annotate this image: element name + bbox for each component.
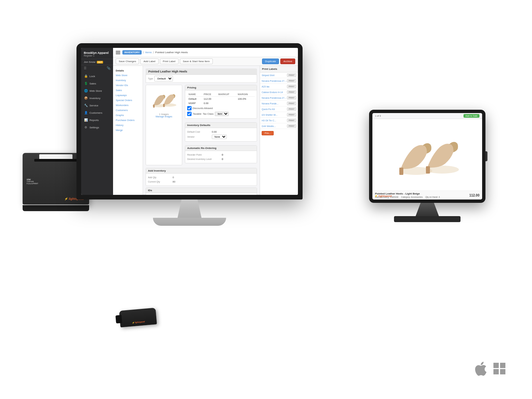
add-inventory-body: Add Qty 0 Current Qty 80 — [146, 174, 257, 186]
vendor-select[interactable]: None — [212, 135, 227, 139]
left-nav-sales[interactable]: Sales — [113, 88, 143, 93]
pricing-name-msrp: MSRP — [187, 101, 202, 105]
sidebar-item-customers[interactable]: 👤 Customers — [81, 109, 113, 116]
left-nav-merge[interactable]: Merge — [113, 128, 143, 133]
print-btn-3[interactable]: PRINT — [287, 85, 296, 88]
taxable-checkbox[interactable] — [187, 112, 192, 116]
add-to-sale-button[interactable]: Add to Sale — [464, 114, 479, 118]
tablet-wrapper: 1 of 3 Add to Sale — [369, 110, 485, 222]
print-btn-10[interactable]: PRINT — [287, 124, 296, 128]
printer-logo: star TSP100FuturePRNT — [27, 178, 38, 185]
tablet-frame: 1 of 3 Add to Sale — [369, 110, 485, 203]
monitor-frame: Brooklyn Apparel Register 1 Jon Snow OUT… — [76, 43, 303, 200]
left-nav-webstore[interactable]: Web Store — [113, 73, 143, 78]
add-inventory-title: Add Inventory — [146, 168, 257, 174]
breadcrumb-items[interactable]: Items — [145, 51, 152, 54]
print-btn-2[interactable]: PRINT — [287, 79, 296, 82]
sidebar-item-settings[interactable]: ⚙ Settings — [81, 124, 113, 131]
windows-logo — [493, 363, 505, 375]
print-item-5: Novara Ponderosa 27... PRINT — [260, 95, 298, 101]
sidebar-item-service[interactable]: 🔧 Service — [81, 102, 113, 109]
tablet-qty: Qty on Hand: 4 — [425, 196, 440, 198]
inventory-defaults-body: Default Cost 0.00 Vendor None — [185, 128, 257, 141]
sidebar-action-icon[interactable]: ☰ — [84, 66, 86, 70]
discounts-label: Discounts Allowed — [193, 107, 213, 110]
left-nav-purchase-orders[interactable]: Purchase Orders — [113, 118, 143, 123]
svg-rect-7 — [426, 166, 430, 174]
lock-icon: 🔒 — [84, 74, 88, 78]
pricing-price-default: 112.00 — [202, 97, 217, 101]
print-btn-9[interactable]: PRINT — [287, 119, 296, 122]
type-select[interactable]: Default — [154, 76, 173, 81]
duplicate-button[interactable]: Duplicate — [262, 59, 279, 64]
print-label-name-2: Novara Ponderosa 27.... — [262, 80, 287, 82]
save-changes-button[interactable]: Save Changes — [116, 59, 139, 64]
sidebar-register: Register 1 — [84, 55, 110, 57]
auto-reorder-title: Automatic Re-Ordering — [185, 146, 257, 151]
sidebar-nav: 🔒 Lock 💲 Sales 🌐 Web Store — [81, 71, 113, 195]
left-nav-workorders[interactable]: Workorders — [113, 103, 143, 108]
tablet-screen: 1 of 3 Add to Sale — [372, 113, 482, 200]
print-item-8: i23 Shelter W... PRINT — [260, 112, 298, 118]
image-section: 1 Images Manage Images — [146, 85, 182, 165]
col-price: PRICE — [202, 92, 217, 97]
sidebar-item-inventory[interactable]: 📦 Inventory — [81, 94, 113, 102]
menu-icon[interactable] — [116, 51, 120, 54]
monitor-stand-neck — [176, 200, 203, 218]
left-nav-customers[interactable]: Customers — [113, 108, 143, 113]
col-margin: MARGIN — [236, 92, 255, 97]
print-btn-4[interactable]: PRINT — [287, 90, 296, 94]
inventory-icon: 📦 — [84, 96, 88, 100]
manage-images-link[interactable]: Manage Images — [156, 115, 172, 118]
windows-pane-4 — [500, 369, 505, 374]
breadcrumb: INVENTORY / Items / Pointed Leather High… — [122, 50, 188, 55]
add-qty-label: Add Qty — [148, 176, 171, 179]
current-qty-row: Current Qty 80 — [148, 180, 255, 184]
print-item-1: Striped Shirt PRINT — [260, 72, 298, 78]
print-item-2: Novara Ponderosa 27.... PRINT — [260, 78, 298, 84]
settings-icon: ⚙ — [84, 125, 88, 129]
left-nav: Details Web Store Inventory Vendor IDs S… — [113, 66, 143, 195]
sidebar-item-reports[interactable]: 📊 Reports — [81, 116, 113, 124]
actionbar: Save Changes Add Label Print Label Save … — [113, 57, 298, 66]
breadcrumb-sep2: / — [153, 51, 154, 54]
discounts-checkbox[interactable] — [187, 106, 192, 110]
add-qty-row: Add Qty 0 — [148, 175, 255, 180]
sidebar-item-webstore[interactable]: 🌐 Web Store — [81, 87, 113, 94]
print-btn-1[interactable]: PRINT — [287, 73, 296, 77]
taxable-label: Taxable — [193, 112, 201, 115]
archive-button[interactable]: Archive — [280, 59, 295, 64]
left-nav-graphs[interactable]: Graphs — [113, 113, 143, 118]
add-label-button[interactable]: Add Label — [140, 59, 158, 64]
left-nav-special-orders[interactable]: Special Orders — [113, 98, 143, 103]
svg-rect-1 — [153, 104, 155, 107]
tablet-side-button[interactable] — [485, 151, 487, 161]
left-nav-layaways[interactable]: Layaways — [113, 93, 143, 98]
pricing-markup-default — [217, 97, 236, 101]
print-label-button[interactable]: Print Label — [160, 59, 179, 64]
sidebar-extra-icon[interactable]: 📎 — [107, 66, 110, 70]
pricing-row-default: Default 112.00 100.0% — [187, 97, 255, 101]
left-nav-history[interactable]: History — [113, 123, 143, 128]
pricing-name-default: Default — [187, 97, 202, 101]
scanner-body: ⚡ lightspeed — [119, 308, 157, 327]
print-btn-7[interactable]: PRINT — [287, 107, 296, 111]
sidebar-item-lock[interactable]: 🔒 Lock — [81, 72, 113, 80]
left-nav-inventory[interactable]: Inventory — [113, 78, 143, 83]
print-btn-5[interactable]: PRINT — [287, 96, 296, 99]
tax-class-select[interactable]: Item — [215, 112, 229, 116]
sidebar-header: Brooklyn Apparel Register 1 — [81, 48, 113, 59]
windows-grid — [493, 363, 505, 374]
tax-row: Taxable Tax Class Item — [187, 111, 255, 117]
print-item-4: Cateve Enduro H-14 PRINT — [260, 89, 298, 95]
print-btn-6[interactable]: PRINT — [287, 102, 296, 105]
print-btn-8[interactable]: PRINT — [287, 113, 296, 116]
print-all-button[interactable]: Prin... — [262, 131, 274, 135]
save-start-button[interactable]: Save & Start New Item — [180, 59, 213, 64]
sidebar-item-sales[interactable]: 💲 Sales — [81, 80, 113, 87]
left-nav-vendor-ids[interactable]: Vendor IDs — [113, 83, 143, 88]
reorder-point-label: Reorder Point — [187, 154, 220, 156]
customers-icon: 👤 — [84, 111, 88, 115]
service-icon: 🔧 — [84, 103, 88, 107]
right-panel: Print Labels Striped Shirt PRINT Novara … — [260, 66, 298, 195]
